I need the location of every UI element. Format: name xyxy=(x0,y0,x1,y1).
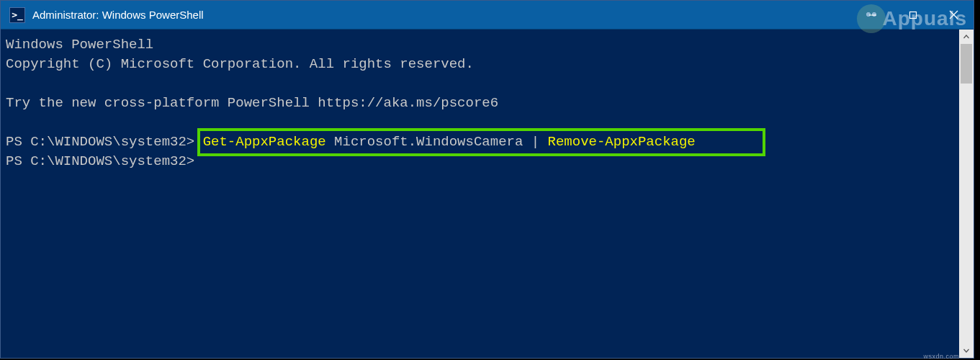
cmd-get-appxpackage: Get-AppxPackage xyxy=(203,134,326,150)
powershell-app-icon: >_ xyxy=(9,7,25,23)
blank-line xyxy=(6,74,958,94)
try-new-powershell-line: Try the new cross-platform PowerShell ht… xyxy=(6,94,958,113)
window-title: Administrator: Windows PowerShell xyxy=(32,9,204,21)
banner-line-1: Windows PowerShell xyxy=(6,35,958,55)
scroll-up-button[interactable] xyxy=(959,30,974,44)
blank-line-2 xyxy=(6,113,958,132)
prompt-line-2: PS C:\WINDOWS\system32> xyxy=(6,152,958,171)
scroll-down-button[interactable] xyxy=(959,343,974,358)
cmd-pipe: | xyxy=(531,134,539,150)
powershell-terminal[interactable]: Windows PowerShellCopyright (C) Microsof… xyxy=(1,30,959,358)
minimize-icon xyxy=(868,11,877,19)
scrollbar-track[interactable] xyxy=(959,44,974,343)
prompt-2: PS C:\WINDOWS\system32> xyxy=(6,153,194,169)
scrollbar-thumb[interactable] xyxy=(961,44,972,84)
close-icon xyxy=(949,10,958,19)
window-controls xyxy=(853,1,974,29)
chevron-down-icon xyxy=(963,348,969,353)
chevron-up-icon xyxy=(963,35,969,39)
cmd-package-arg: Microsoft.WindowsCamera xyxy=(326,134,531,150)
svg-rect-1 xyxy=(910,12,917,18)
cmd-remove-appxpackage: Remove-AppxPackage xyxy=(539,134,696,150)
prompt-1: PS C:\WINDOWS\system32> xyxy=(6,134,203,150)
vertical-scrollbar[interactable] xyxy=(959,30,974,358)
powershell-icon-glyph: >_ xyxy=(12,9,23,20)
terminal-client-area: Windows PowerShellCopyright (C) Microsof… xyxy=(1,30,974,358)
maximize-icon xyxy=(909,11,917,19)
minimize-button[interactable] xyxy=(853,1,893,29)
close-button[interactable] xyxy=(933,1,974,29)
command-line-1: PS C:\WINDOWS\system32> Get-AppxPackage … xyxy=(6,132,958,152)
powershell-window: >_ Administrator: Windows PowerShell Win… xyxy=(0,0,974,359)
window-titlebar[interactable]: >_ Administrator: Windows PowerShell xyxy=(1,1,974,30)
maximize-button[interactable] xyxy=(893,1,933,29)
banner-line-2: Copyright (C) Microsoft Corporation. All… xyxy=(6,55,958,74)
